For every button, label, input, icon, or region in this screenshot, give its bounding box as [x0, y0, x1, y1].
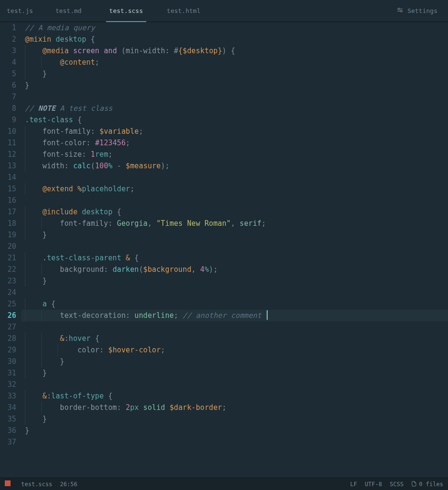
token: } [43, 231, 47, 239]
token: underline [134, 311, 174, 320]
token: } [43, 369, 47, 377]
tab-label: test.html [167, 7, 200, 14]
app-icon [5, 480, 13, 488]
code-line[interactable]: } [21, 68, 448, 80]
token: // another comment [183, 311, 261, 320]
code-line[interactable]: @extend %placeholder; [21, 183, 448, 195]
code-line[interactable]: width: calc(100% - $measure); [21, 160, 448, 172]
code-line[interactable]: font-family: Georgia, "Times New Roman",… [21, 218, 448, 229]
code-line[interactable]: @content; [21, 57, 448, 68]
token: text-decoration [60, 311, 126, 320]
token: ; [161, 346, 165, 354]
code-line[interactable] [21, 91, 448, 103]
token [47, 300, 51, 308]
token: "Times New Roman" [156, 219, 231, 228]
token [104, 346, 108, 354]
token [130, 254, 134, 262]
line-number: 34 [0, 402, 16, 413]
token: } [25, 426, 29, 435]
token: : [108, 219, 113, 228]
code-line[interactable]: } [21, 229, 448, 241]
code-line[interactable]: &:last-of-type { [21, 390, 448, 402]
line-number: 17 [0, 206, 16, 218]
code-line[interactable]: // A media query [21, 22, 448, 34]
token: , [148, 219, 152, 228]
token: ) [209, 265, 213, 274]
code-line[interactable]: color: $hover-color; [21, 344, 448, 356]
code-line[interactable] [21, 195, 448, 206]
token: } [43, 277, 47, 285]
token: #123456 [95, 139, 126, 147]
line-number: 3 [0, 45, 16, 57]
token: @content [60, 58, 95, 67]
code-line[interactable] [21, 241, 448, 252]
code-line[interactable]: @mixin desktop { [21, 34, 448, 45]
code-area[interactable]: // A media query@mixin desktop { @media … [21, 22, 448, 478]
token: width [43, 162, 65, 170]
token: ( [121, 47, 126, 55]
code-line[interactable]: } [21, 275, 448, 287]
code-line[interactable]: @media screen and (min-width: #{$desktop… [21, 45, 448, 57]
code-line[interactable]: @include desktop { [21, 206, 448, 218]
code-line[interactable] [21, 436, 448, 448]
token: rem [95, 150, 108, 159]
svg-point-1 [401, 11, 402, 12]
status-filename[interactable]: test.scss [21, 481, 52, 488]
code-line[interactable]: } [21, 367, 448, 379]
token: - [117, 162, 121, 170]
status-eol[interactable]: LF [350, 481, 357, 488]
line-number: 37 [0, 436, 16, 448]
line-number: 11 [0, 137, 16, 149]
token: font-family [43, 127, 91, 136]
status-language[interactable]: SCSS [390, 481, 404, 488]
tab-test-scss[interactable]: test.scss [97, 0, 155, 22]
code-line[interactable]: // NOTE A test class [21, 103, 448, 114]
token: 100 [95, 162, 108, 170]
code-line[interactable]: .test-class { [21, 114, 448, 126]
token: } [25, 81, 29, 90]
code-line[interactable]: font-color: #123456; [21, 137, 448, 149]
token [78, 208, 82, 216]
editor[interactable]: 1234567891011121314151617181920212223242… [0, 22, 448, 478]
code-line[interactable] [21, 172, 448, 183]
code-line[interactable]: } [21, 425, 448, 436]
tab-test-js[interactable]: test.js [0, 0, 40, 22]
token: @include [43, 208, 78, 216]
status-encoding[interactable]: UTF-8 [365, 481, 382, 488]
token: ) [222, 47, 226, 55]
code-line[interactable]: } [21, 413, 448, 425]
token [91, 139, 95, 147]
token: $variable [99, 127, 139, 136]
token [86, 35, 91, 44]
token: ; [165, 162, 169, 170]
tab-label: test.scss [109, 7, 143, 14]
code-line[interactable]: border-bottom: 2px solid $dark-border; [21, 402, 448, 413]
code-line[interactable]: font-size: 1rem; [21, 149, 448, 160]
code-line[interactable] [21, 321, 448, 333]
token [121, 403, 126, 412]
tab-test-html[interactable]: test.html [155, 0, 212, 22]
token: ; [95, 58, 99, 67]
code-line[interactable]: a { [21, 298, 448, 310]
token: calc [73, 162, 91, 170]
code-line[interactable]: .test-class-parent & { [21, 252, 448, 264]
token [91, 334, 95, 343]
code-line[interactable]: } [21, 356, 448, 367]
code-line[interactable] [21, 287, 448, 298]
status-files[interactable]: 0 files [411, 481, 443, 488]
status-cursor-pos[interactable]: 26:56 [60, 481, 77, 488]
line-number: 15 [0, 183, 16, 195]
token: , [231, 219, 235, 228]
code-line[interactable]: font-family: $variable; [21, 126, 448, 137]
line-number: 8 [0, 103, 16, 114]
code-line[interactable]: &:hover { [21, 333, 448, 344]
tab-test-md[interactable]: test.md [40, 0, 97, 22]
code-line[interactable]: text-decoration: underline; // another c… [21, 310, 448, 321]
token: { [231, 47, 235, 55]
code-line[interactable] [21, 379, 448, 390]
token: .test-class [25, 116, 73, 124]
code-line[interactable]: background: darken($background, 4%); [21, 264, 448, 275]
code-line[interactable]: } [21, 80, 448, 91]
token: ) [161, 162, 165, 170]
tab-settings[interactable]: Settings [386, 0, 448, 22]
